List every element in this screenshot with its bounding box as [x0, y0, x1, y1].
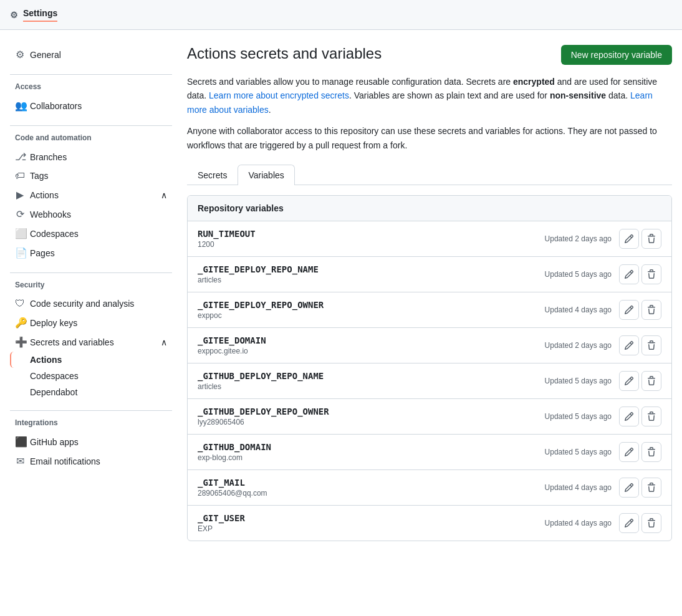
sidebar-sub-item-dependabot[interactable]: Dependabot: [10, 384, 172, 400]
plus-icon: ➕: [15, 336, 25, 348]
variable-updated: Updated 2 days ago: [545, 341, 612, 350]
variable-info: _GIT_MAIL 289065406@qq.com: [198, 478, 545, 498]
sidebar-item-label: Tags: [30, 171, 49, 181]
variable-actions: [619, 300, 661, 320]
delete-variable-button[interactable]: [641, 300, 661, 320]
sidebar-sub-label: Actions: [30, 355, 62, 365]
security-header: Security: [10, 278, 172, 292]
top-nav: ⚙ Settings: [0, 0, 682, 30]
variable-value: lyy289065406: [198, 418, 545, 426]
delete-variable-button[interactable]: [641, 407, 661, 426]
tag-icon: 🏷: [15, 170, 25, 181]
sidebar-item-label: Actions: [30, 190, 59, 200]
tab-secrets[interactable]: Secrets: [187, 165, 238, 185]
variable-updated: Updated 5 days ago: [545, 412, 612, 421]
variable-value: 1200: [198, 240, 545, 249]
table-row: _GITEE_DOMAIN exppoc.gitee.io Updated 2 …: [188, 328, 671, 363]
sidebar-item-general[interactable]: ⚙ General: [10, 45, 172, 64]
variable-value: articles: [198, 382, 545, 391]
sidebar-item-github-apps[interactable]: ⬛ GitHub apps: [10, 432, 172, 451]
settings-icon: ⚙: [10, 10, 18, 20]
gear-icon: ⚙: [15, 49, 25, 60]
sidebar-item-secrets-vars[interactable]: ➕ Secrets and variables ∧: [10, 332, 172, 352]
edit-variable-button[interactable]: [619, 229, 639, 249]
apps-icon: ⬛: [15, 436, 25, 448]
main-layout: ⚙ General Access 👥 Collaborators Code an…: [0, 30, 682, 556]
edit-variable-button[interactable]: [619, 371, 639, 391]
sidebar-item-email-notifications[interactable]: ✉ Email notifications: [10, 451, 172, 471]
delete-variable-button[interactable]: [641, 264, 661, 284]
sidebar-item-label: GitHub apps: [30, 437, 79, 447]
variable-name: _GITHUB_DEPLOY_REPO_OWNER: [198, 407, 545, 416]
new-repository-variable-button[interactable]: New repository variable: [561, 45, 672, 65]
edit-variable-button[interactable]: [619, 300, 639, 320]
sidebar-item-codespaces-main[interactable]: ⬜ Codespaces: [10, 224, 172, 243]
sidebar-item-collaborators[interactable]: 👥 Collaborators: [10, 96, 172, 115]
variable-name: _GITEE_DEPLOY_REPO_NAME: [198, 264, 545, 274]
people-icon: 👥: [15, 100, 25, 112]
tabs: Secrets Variables: [187, 165, 672, 185]
variable-updated: Updated 2 days ago: [545, 234, 612, 243]
variable-info: _GITHUB_DEPLOY_REPO_OWNER lyy289065406: [198, 407, 545, 426]
variable-actions: [619, 442, 661, 462]
sidebar-section-code: Code and automation ⎇ Branches 🏷 Tags ▶ …: [10, 131, 172, 262]
variable-updated: Updated 5 days ago: [545, 448, 612, 456]
access-header: Access: [10, 80, 172, 94]
desc-text-1: Secrets and variables allow you to manag…: [187, 77, 513, 87]
sidebar-item-tags[interactable]: 🏷 Tags: [10, 166, 172, 185]
codespaces-icon: ⬜: [15, 228, 25, 239]
variable-updated: Updated 4 days ago: [545, 306, 612, 314]
variable-updated: Updated 5 days ago: [545, 377, 612, 385]
sidebar-item-deploy-keys[interactable]: 🔑 Deploy keys: [10, 313, 172, 332]
delete-variable-button[interactable]: [641, 513, 661, 533]
sidebar-divider-3: [10, 272, 172, 273]
tab-variables[interactable]: Variables: [238, 165, 294, 185]
learn-more-secrets-link[interactable]: Learn more about encrypted secrets: [209, 90, 349, 100]
variable-actions: [619, 407, 661, 426]
edit-variable-button[interactable]: [619, 407, 639, 426]
table-row: _GITEE_DEPLOY_REPO_OWNER exppoc Updated …: [188, 292, 671, 328]
sidebar-sub-label: Dependabot: [30, 387, 77, 397]
edit-variable-button[interactable]: [619, 264, 639, 284]
edit-variable-button[interactable]: [619, 442, 639, 462]
variable-updated: Updated 4 days ago: [545, 519, 612, 527]
variable-actions: [619, 264, 661, 284]
delete-variable-button[interactable]: [641, 335, 661, 355]
chevron-up-icon: ∧: [161, 190, 167, 200]
table-row: _GIT_MAIL 289065406@qq.com Updated 4 day…: [188, 470, 671, 506]
variable-info: _GITEE_DOMAIN exppoc.gitee.io: [198, 335, 545, 355]
delete-variable-button[interactable]: [641, 442, 661, 462]
key-icon: 🔑: [15, 317, 25, 329]
sidebar-item-label: Branches: [30, 152, 67, 162]
edit-variable-button[interactable]: [619, 513, 639, 533]
edit-variable-button[interactable]: [619, 335, 639, 355]
pages-icon: 📄: [15, 247, 25, 259]
sidebar-divider-4: [10, 410, 172, 411]
sidebar-item-actions[interactable]: ▶ Actions ∧: [10, 185, 172, 205]
variable-actions: [619, 229, 661, 249]
sidebar-item-code-security[interactable]: 🛡 Code security and analysis: [10, 294, 172, 313]
sidebar-item-label: Secrets and variables: [30, 337, 114, 347]
sidebar-sub-item-actions[interactable]: Actions: [10, 352, 172, 368]
sidebar-section-security: Security 🛡 Code security and analysis 🔑 …: [10, 278, 172, 400]
delete-variable-button[interactable]: [641, 371, 661, 391]
sidebar-sub-label: Codespaces: [30, 371, 79, 381]
variable-info: RUN_TIMEOUT 1200: [198, 229, 545, 249]
page-header: Actions secrets and variables New reposi…: [187, 45, 672, 65]
sidebar-item-branches[interactable]: ⎇ Branches: [10, 147, 172, 166]
delete-variable-button[interactable]: [641, 229, 661, 249]
sidebar-item-pages[interactable]: 📄 Pages: [10, 243, 172, 262]
sidebar-section-integrations: Integrations ⬛ GitHub apps ✉ Email notif…: [10, 416, 172, 471]
table-row: _GITHUB_DOMAIN exp-blog.com Updated 5 da…: [188, 435, 671, 470]
delete-variable-button[interactable]: [641, 478, 661, 498]
sidebar: ⚙ General Access 👥 Collaborators Code an…: [10, 45, 172, 541]
sidebar-item-webhooks[interactable]: ⟳ Webhooks: [10, 205, 172, 224]
sidebar-sub-item-codespaces[interactable]: Codespaces: [10, 368, 172, 384]
webhook-icon: ⟳: [15, 208, 25, 220]
variable-value: exp-blog.com: [198, 453, 545, 462]
settings-nav-item[interactable]: ⚙ Settings: [10, 8, 57, 22]
table-row: _GITEE_DEPLOY_REPO_NAME articles Updated…: [188, 257, 671, 292]
branch-icon: ⎇: [15, 151, 25, 163]
table-row: _GITHUB_DEPLOY_REPO_OWNER lyy289065406 U…: [188, 399, 671, 435]
edit-variable-button[interactable]: [619, 478, 639, 498]
